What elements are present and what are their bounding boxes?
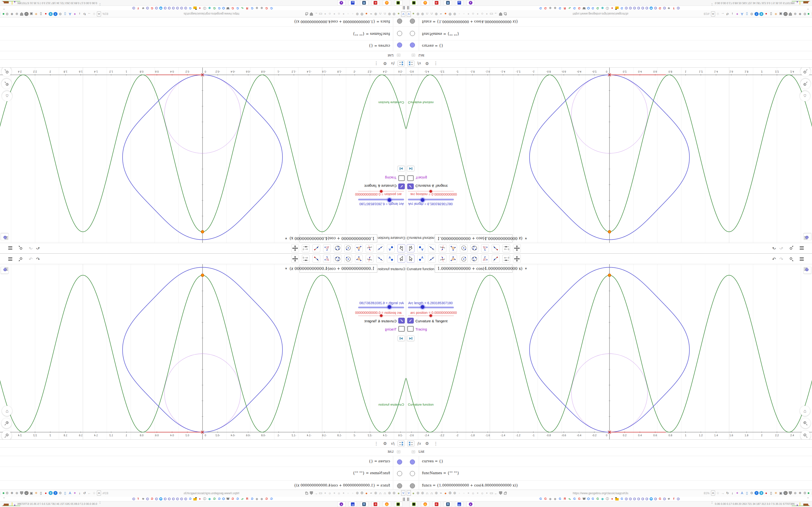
browser-icon[interactable]: ⚙: [360, 490, 364, 496]
tab-favicon[interactable]: ⊕: [255, 6, 259, 10]
tool-polygon-button[interactable]: [449, 244, 457, 252]
browser-icon[interactable]: ❖: [10, 11, 14, 17]
url-text[interactable]: https://www.geogebra.org/classic/aagcxh3…: [184, 12, 239, 15]
browser-icon[interactable]: ▯: [63, 490, 67, 496]
tool-perpendicular-line-button[interactable]: [439, 244, 446, 252]
shield-icon[interactable]: [788, 490, 793, 496]
ggb-favicon[interactable]: [642, 498, 644, 500]
ggb-favicon[interactable]: [155, 498, 158, 500]
tab-favicon[interactable]: ⊕: [260, 6, 263, 10]
zoom-out-button[interactable]: −: [1, 431, 12, 441]
algebra-row-funcnames[interactable]: funcNames = {"" ""}: [406, 26, 812, 40]
browser-icon[interactable]: +: [755, 491, 759, 495]
browser-icon[interactable]: ←: [314, 11, 318, 17]
browser-icon[interactable]: ▫: [462, 11, 466, 17]
browser-icon[interactable]: A: [711, 11, 715, 17]
tool-perpendicular-line-button[interactable]: [366, 255, 373, 263]
tab-favicon[interactable]: G: [596, 497, 599, 501]
browser-icon[interactable]: ●: [44, 11, 48, 17]
browser-icon[interactable]: ↻: [725, 11, 729, 17]
redo-button[interactable]: ↷: [27, 256, 34, 262]
taskbar-app-terminal-vm[interactable]: [394, 502, 402, 507]
browser-icon[interactable]: ●: [44, 490, 48, 496]
tool-polygon-button[interactable]: [355, 244, 363, 252]
browser-icon[interactable]: ▫: [457, 490, 461, 496]
browser-icon[interactable]: ▫: [351, 490, 355, 496]
collapse-group-button[interactable]: −: [412, 54, 415, 57]
tab-favicon[interactable]: G: [250, 6, 254, 10]
algebra-more-button[interactable]: ⋮: [373, 441, 380, 446]
lock-icon[interactable]: [503, 490, 507, 496]
browser-icon[interactable]: ⚙: [5, 490, 9, 496]
browser-icon[interactable]: ▭: [489, 490, 494, 496]
tab-favicon[interactable]: ꩜: [667, 6, 671, 10]
tool-perpendicular-line-button[interactable]: [366, 244, 373, 252]
tab-favicon[interactable]: G: [591, 497, 595, 501]
browser-icon[interactable]: ●: [397, 11, 401, 17]
taskbar-app-terminal-vm[interactable]: [410, 502, 418, 507]
tab-favicon[interactable]: W: [582, 497, 586, 501]
browser-icon[interactable]: ⓤ: [783, 12, 788, 16]
browser-icon[interactable]: ☆: [92, 490, 96, 496]
browser-icon[interactable]: ○: [337, 490, 341, 496]
undo-button[interactable]: ↶: [34, 245, 42, 251]
browser-icon[interactable]: ⋮: [810, 11, 812, 17]
arc-length-slider[interactable]: [358, 199, 404, 201]
browser-icon[interactable]: ▯: [745, 11, 749, 17]
main-menu-button[interactable]: [798, 245, 805, 251]
browser-icon[interactable]: ∘: [323, 11, 327, 17]
browser-icon[interactable]: ⚙: [448, 11, 452, 17]
algebra-row-curves[interactable]: curves = {}: [406, 456, 812, 467]
algebra-settings-button[interactable]: ⚙: [382, 61, 389, 66]
ggb-favicon[interactable]: [133, 7, 135, 10]
curvature-function-dropdown[interactable]: 1.000000000000 + cos(4.000000000000 x) ▼: [299, 265, 377, 273]
ggb-favicon[interactable]: [663, 498, 666, 500]
collapse-group-button[interactable]: −: [397, 450, 400, 453]
graphics-style-button[interactable]: [803, 267, 811, 274]
browser-icon[interactable]: ●: [444, 11, 448, 17]
tab-favicon[interactable]: f: [137, 6, 140, 10]
home-view-button[interactable]: ⌂: [2, 91, 12, 101]
tab-favicon[interactable]: ●: [198, 6, 202, 10]
ring-favicon[interactable]: [222, 498, 225, 500]
browser-icon[interactable]: ▯: [39, 11, 43, 17]
tool-move-button[interactable]: [407, 244, 414, 252]
browser-icon[interactable]: ✦: [735, 490, 739, 496]
tool-move-button[interactable]: [398, 244, 405, 252]
tab-favicon[interactable]: G: [558, 6, 562, 10]
taskbar-app-screenshot-monitor[interactable]: [360, 0, 368, 5]
ggb-favicon[interactable]: [677, 7, 679, 10]
browser-icon[interactable]: ▣: [29, 11, 33, 17]
tab-favicon[interactable]: G: [591, 6, 595, 10]
browser-icon[interactable]: ▫: [462, 490, 466, 496]
taskbar-app-settings-red[interactable]: ⚙: [371, 0, 379, 5]
tool-angle-button[interactable]: α: [323, 255, 331, 263]
tab-favicon[interactable]: G: [658, 6, 662, 10]
tracing-checkbox[interactable]: [398, 326, 405, 332]
browser-icon[interactable]: ✳: [774, 490, 778, 496]
taskbar-app-screenshot-monitor[interactable]: [444, 502, 452, 507]
browser-icon[interactable]: ▾: [759, 491, 763, 495]
browser-icon[interactable]: ⌁: [369, 490, 373, 496]
browser-icon[interactable]: →: [721, 490, 725, 496]
tool-line-button[interactable]: [428, 255, 436, 263]
browser-icon[interactable]: ∩: [430, 11, 434, 17]
algebra-settings-button[interactable]: ⚙: [382, 441, 389, 446]
browser-icon[interactable]: ∩: [383, 490, 387, 496]
browser-icon[interactable]: ▾: [49, 12, 53, 16]
tab-favicon[interactable]: G: [231, 497, 235, 501]
shield-icon[interactable]: [499, 490, 503, 496]
curvature-tangent-checkbox[interactable]: ✓: [398, 183, 405, 189]
tab-favicon[interactable]: f: [137, 497, 140, 501]
taskbar-app-firefox[interactable]: [421, 502, 429, 507]
ggb-favicon[interactable]: [637, 7, 640, 10]
browser-icon[interactable]: ▫: [346, 490, 350, 496]
browser-icon[interactable]: ⚙: [803, 490, 807, 496]
ggb-favicon[interactable]: [176, 7, 179, 10]
browser-icon[interactable]: ⌁: [439, 11, 443, 17]
input-help-button[interactable]: ƒx: [389, 61, 397, 66]
redo-button[interactable]: ↷: [27, 245, 34, 251]
browser-icon[interactable]: ⋮: [0, 490, 2, 496]
tab-favicon[interactable]: G: [217, 497, 221, 501]
taskbar-app-floppy-64[interactable]: 64: [349, 0, 357, 5]
